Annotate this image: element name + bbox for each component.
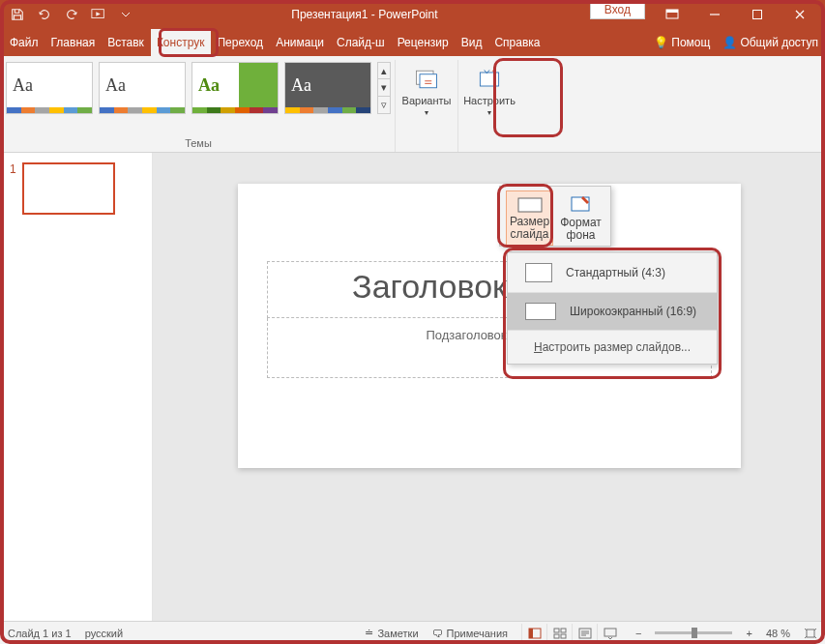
size-16-9-icon bbox=[525, 303, 556, 320]
tab-share[interactable]: 👤Общий доступ bbox=[717, 29, 825, 56]
theme-thumb-2[interactable]: Aa bbox=[99, 62, 186, 114]
comments-icon: 🗨 bbox=[432, 628, 443, 639]
titlebar: Презентация1 - PowerPoint Вход bbox=[0, 0, 825, 29]
zoom-out-icon[interactable]: − bbox=[635, 628, 641, 639]
svg-rect-3 bbox=[753, 11, 762, 19]
tab-home[interactable]: Главная bbox=[45, 29, 103, 56]
close-icon[interactable] bbox=[779, 0, 821, 29]
chevron-down-icon: ▾ bbox=[425, 108, 428, 117]
slide-sorter-view-icon[interactable] bbox=[546, 624, 572, 643]
zoom-slider[interactable] bbox=[655, 631, 732, 634]
svg-point-7 bbox=[493, 70, 497, 73]
window-title: Презентация1 - PowerPoint bbox=[139, 8, 590, 21]
custom-size-label: астроить размер слайдов... bbox=[543, 340, 691, 354]
customize-label: Настроить bbox=[463, 95, 516, 106]
themes-scroll-up-icon[interactable]: ▴ bbox=[377, 62, 391, 79]
save-icon[interactable] bbox=[4, 1, 31, 28]
maximize-icon[interactable] bbox=[736, 0, 779, 29]
svg-rect-13 bbox=[561, 629, 566, 632]
statusbar: Слайд 1 из 1 русский ≐Заметки 🗨Примечани… bbox=[0, 621, 825, 644]
ribbon-display-options-icon[interactable] bbox=[651, 0, 693, 29]
lightbulb-icon: 💡 bbox=[654, 36, 668, 49]
language-indicator[interactable]: русский bbox=[85, 628, 123, 639]
svg-rect-14 bbox=[554, 634, 559, 638]
format-background-icon bbox=[570, 194, 593, 216]
size-widescreen-label: Широкоэкранный (16:9) bbox=[570, 305, 696, 318]
slide-thumbnail-1[interactable] bbox=[22, 162, 115, 215]
slide-size-label: Размер слайда bbox=[509, 216, 550, 241]
tab-file[interactable]: Файл bbox=[4, 29, 45, 56]
share-icon: 👤 bbox=[722, 36, 737, 49]
share-label: Общий доступ bbox=[740, 36, 818, 49]
format-background-button[interactable]: Формат фона bbox=[557, 190, 604, 246]
zoom-in-icon[interactable]: + bbox=[746, 628, 751, 639]
tab-help[interactable]: Справка bbox=[488, 29, 546, 56]
reading-view-icon[interactable] bbox=[572, 624, 597, 643]
theme-thumb-3[interactable]: Aa bbox=[192, 62, 279, 114]
normal-view-icon[interactable] bbox=[521, 624, 546, 643]
svg-rect-12 bbox=[554, 629, 559, 632]
notes-button[interactable]: ≐Заметки bbox=[365, 627, 418, 639]
tab-animations[interactable]: Анимаци bbox=[270, 29, 331, 56]
ribbon: Aa Aa Aa Aa ▴ ▾ ▿ Темы bbox=[0, 56, 825, 153]
svg-rect-9 bbox=[572, 197, 589, 211]
tellme-label: Помощ bbox=[671, 36, 710, 49]
custom-slide-size-item[interactable]: Настроить размер слайдов... bbox=[508, 330, 717, 364]
slide-number: 1 bbox=[10, 162, 16, 215]
tab-slideshow[interactable]: Слайд-ш bbox=[331, 29, 392, 56]
svg-rect-17 bbox=[604, 629, 616, 636]
notes-icon: ≐ bbox=[365, 627, 373, 639]
slide-panel[interactable]: 1 bbox=[0, 153, 153, 621]
size-widescreen-item[interactable]: Широкоэкранный (16:9) bbox=[508, 292, 717, 330]
tab-view[interactable]: Вид bbox=[456, 29, 489, 56]
qat-customize-icon[interactable] bbox=[112, 1, 139, 28]
themes-group-label: Темы bbox=[185, 134, 212, 152]
tab-review[interactable]: Рецензир bbox=[392, 29, 456, 56]
customize-dropdown: Размер слайда Формат фона bbox=[499, 186, 611, 247]
svg-rect-11 bbox=[529, 629, 533, 638]
custom-size-accel: Н bbox=[534, 340, 543, 354]
svg-rect-8 bbox=[518, 198, 542, 212]
size-4-3-icon bbox=[525, 263, 552, 282]
slide-size-dropdown: Стандартный (4:3) Широкоэкранный (16:9) … bbox=[507, 251, 718, 365]
theme-thumb-1[interactable]: Aa bbox=[6, 62, 93, 114]
slide-size-button[interactable]: Размер слайда bbox=[506, 190, 553, 246]
comments-button[interactable]: 🗨Примечания bbox=[432, 628, 509, 639]
slide-editor[interactable]: Заголовок слайда Подзаголовок слайда bbox=[153, 153, 825, 621]
tab-tellme[interactable]: 💡Помощ bbox=[648, 29, 717, 56]
slideshow-view-icon[interactable] bbox=[597, 624, 622, 643]
workspace: 1 Заголовок слайда Подзаголовок слайда bbox=[0, 153, 825, 621]
svg-rect-6 bbox=[480, 73, 498, 86]
tab-design[interactable]: Конструк bbox=[151, 29, 212, 56]
sign-in-button[interactable]: Вход bbox=[590, 0, 645, 19]
ribbon-tabs: Файл Главная Вставк Конструк Переход Ани… bbox=[0, 29, 825, 56]
variants-icon bbox=[413, 66, 440, 93]
tab-transitions[interactable]: Переход bbox=[211, 29, 270, 56]
redo-icon[interactable] bbox=[58, 1, 85, 28]
start-from-beginning-icon[interactable] bbox=[85, 1, 112, 28]
slide-counter: Слайд 1 из 1 bbox=[8, 628, 72, 639]
format-background-label: Формат фона bbox=[559, 217, 603, 242]
undo-icon[interactable] bbox=[31, 1, 58, 28]
themes-gallery-expand-icon[interactable]: ▿ bbox=[377, 97, 391, 114]
svg-rect-18 bbox=[807, 629, 814, 637]
svg-rect-2 bbox=[666, 10, 678, 13]
customize-button[interactable]: Настроить ▾ bbox=[462, 62, 516, 117]
theme-thumb-4[interactable]: Aa bbox=[284, 62, 371, 114]
size-standard-item[interactable]: Стандартный (4:3) bbox=[508, 252, 717, 292]
customize-icon bbox=[476, 66, 503, 93]
size-standard-label: Стандартный (4:3) bbox=[566, 266, 665, 279]
slide-size-icon bbox=[517, 195, 543, 215]
svg-rect-15 bbox=[561, 634, 566, 638]
tab-insert[interactable]: Вставк bbox=[102, 29, 151, 56]
themes-scroll-down-icon[interactable]: ▾ bbox=[377, 79, 391, 97]
variants-label: Варианты bbox=[402, 95, 452, 106]
fit-to-window-icon[interactable] bbox=[804, 628, 817, 639]
minimize-icon[interactable] bbox=[693, 0, 736, 29]
variants-button[interactable]: Варианты ▾ bbox=[399, 62, 454, 117]
zoom-value[interactable]: 48 % bbox=[766, 628, 790, 639]
chevron-down-icon: ▾ bbox=[487, 108, 491, 117]
